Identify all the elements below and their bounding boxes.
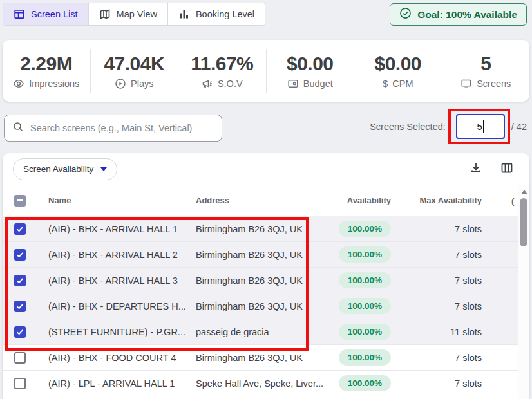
- max-availability: 7 slots: [391, 250, 482, 260]
- max-availability: 7 slots: [391, 275, 482, 286]
- availability-badge: 100.00%: [339, 272, 391, 288]
- availability-badge: 100.00%: [339, 375, 391, 391]
- availability-badge: 100.00%: [339, 221, 391, 237]
- max-availability: 7 slots: [391, 353, 482, 363]
- tab-booking-level[interactable]: Booking Level: [168, 3, 265, 25]
- stat-impressions: 2.29M Impressions: [3, 49, 91, 93]
- stat-value: $0.00: [374, 53, 421, 75]
- columns-icon: [500, 167, 514, 177]
- row-checkbox[interactable]: [14, 223, 26, 235]
- screen-address: Birmingham B26 3QJ, UK: [193, 250, 325, 260]
- column-header-address: Address: [193, 196, 325, 205]
- scroll-up-icon[interactable]: [521, 190, 527, 194]
- screen-address: Birmingham B26 3QJ, UK: [193, 275, 325, 286]
- screens-table-card: Screen Availability: [3, 153, 529, 399]
- stat-value: 5: [480, 53, 491, 75]
- column-header-name: Name: [37, 196, 193, 205]
- tab-screen-list[interactable]: Screen List: [3, 3, 89, 25]
- dollar-icon: $: [383, 78, 388, 89]
- goal-badge[interactable]: Goal: 100% Available: [390, 3, 527, 26]
- map-icon: [99, 8, 111, 20]
- availability-badge: 100.00%: [339, 324, 391, 340]
- tab-map-view[interactable]: Map View: [89, 3, 168, 25]
- download-button[interactable]: [469, 161, 483, 177]
- screen-address: Birmingham B26 3QJ, UK: [193, 224, 325, 234]
- screen-address: Birmingham B26 3QJ, UK: [193, 301, 325, 311]
- megaphone-icon: [202, 78, 213, 89]
- stat-label-text: S.O.V: [218, 79, 243, 89]
- screen-address: passeig de gracia: [193, 327, 325, 337]
- bar-chart-icon: [178, 8, 190, 20]
- table-row: (STREET FURNITURE) - P.GR... passeig de …: [3, 319, 529, 345]
- search-input[interactable]: [30, 123, 214, 133]
- table-row: (AIR) - BHX - ARRIVAL HALL 2 Birmingham …: [3, 242, 529, 268]
- screen-name: (AIR) - BHX - ARRIVAL HALL 3: [37, 275, 193, 286]
- stat-value: $0.00: [287, 53, 334, 75]
- screens-selected-value: 5: [477, 121, 482, 132]
- table-header-row: Name Address Availability Max Availabili…: [3, 185, 529, 216]
- availability-badge: 100.00%: [339, 246, 391, 263]
- wallet-icon: [287, 78, 299, 89]
- scrollbar-thumb[interactable]: [520, 198, 527, 246]
- table-row: (AIR) - BHX - ARRIVAL HALL 3 Birmingham …: [3, 268, 529, 293]
- row-checkbox[interactable]: [14, 275, 26, 286]
- availability-badge: 100.00%: [339, 298, 391, 314]
- screens-selected-label: Screens Selected:: [370, 122, 446, 132]
- check-circle-icon: [399, 7, 412, 22]
- screen-address: Birmingham B26 3QJ, UK: [193, 353, 325, 363]
- row-checkbox[interactable]: [14, 352, 26, 364]
- column-header-max-availability: Max Availability: [391, 196, 482, 205]
- column-header-availability: Availability: [325, 196, 391, 205]
- tab-label: Booking Level: [196, 9, 254, 19]
- stat-budget: $0.00 Budget: [267, 49, 355, 93]
- availability-filter-button[interactable]: Screen Availability: [13, 158, 117, 180]
- table-icon: [14, 8, 25, 20]
- max-availability: 7 slots: [391, 224, 482, 234]
- availability-badge: 100.00%: [339, 349, 391, 366]
- screen-name: (STREET FURNITURE) - P.GR...: [37, 327, 193, 337]
- view-tabs: Screen List Map View Booking Level: [3, 3, 265, 26]
- screens-selected-group: Screens Selected: 5 / 42: [370, 109, 531, 144]
- search-icon: [12, 121, 24, 135]
- stat-value: 11.67%: [191, 53, 253, 75]
- stat-label-text: Budget: [303, 79, 333, 89]
- stat-label-text: Plays: [131, 79, 153, 89]
- table-row: (AIR) - BHX - DEPARTURES H... Birmingham…: [3, 293, 529, 319]
- screen-address: Speke Hall Ave, Speke, Liver...: [193, 378, 325, 389]
- search-box: [4, 115, 222, 142]
- columns-button[interactable]: [500, 161, 514, 177]
- stat-plays: 47.04K Plays: [91, 49, 179, 93]
- column-header-overflow: (: [511, 196, 514, 205]
- goal-badge-label: Goal: 100% Available: [417, 9, 517, 21]
- table-toolbar: Screen Availability: [3, 153, 529, 185]
- tab-label: Screen List: [31, 9, 78, 19]
- row-checkbox[interactable]: [14, 378, 26, 389]
- stat-label-text: Impressions: [29, 79, 79, 89]
- select-all-checkbox[interactable]: [14, 195, 26, 207]
- table-row: (AIR) - LPL - ARRIVAL HALL 1 Speke Hall …: [3, 371, 529, 396]
- screen-booking-page: Screen List Map View Booking Level: [0, 0, 532, 399]
- table-row: (AIR) - BHX - ARRIVAL HALL 1 Birmingham …: [3, 216, 529, 242]
- stat-value: 2.29M: [20, 53, 72, 75]
- screens-total: / 42: [511, 122, 527, 132]
- screen-name: (AIR) - LPL - ARRIVAL HALL 1: [37, 378, 193, 389]
- screen-name: (AIR) - BHX - ARRIVAL HALL 2: [37, 250, 193, 260]
- table-body: (AIR) - BHX - ARRIVAL HALL 1 Birmingham …: [3, 216, 529, 396]
- table-row: (AIR) - BHX - FOOD COURT 4 Birmingham B2…: [3, 345, 529, 371]
- row-checkbox[interactable]: [14, 326, 26, 338]
- stat-screens: 5 Screens: [442, 49, 530, 93]
- screen-name: (AIR) - BHX - FOOD COURT 4: [37, 353, 193, 363]
- chevron-down-icon: [100, 167, 107, 171]
- download-icon: [469, 167, 483, 177]
- max-availability: 7 slots: [391, 301, 482, 311]
- availability-filter-label: Screen Availability: [23, 164, 93, 174]
- row-checkbox[interactable]: [14, 301, 26, 312]
- table-scrollbar[interactable]: [518, 185, 529, 399]
- screens-selected-input[interactable]: 5: [456, 114, 505, 139]
- row-checkbox[interactable]: [14, 249, 26, 261]
- stat-sov: 11.67% S.O.V: [178, 49, 267, 93]
- stat-label-text: CPM: [392, 79, 413, 89]
- max-availability: 7 slots: [391, 378, 482, 389]
- tab-label: Map View: [117, 9, 157, 19]
- max-availability: 11 slots: [391, 327, 482, 337]
